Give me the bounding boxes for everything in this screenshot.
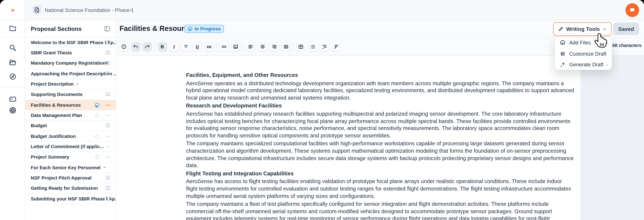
align-justify-button[interactable] (282, 42, 290, 51)
collapse-panel-icon[interactable] (104, 25, 110, 32)
more-options-icon[interactable] (106, 135, 111, 138)
link-button[interactable] (220, 42, 228, 51)
sidebar-item-label: Supporting Documents (31, 92, 82, 97)
book-icon (105, 186, 110, 191)
align-center-button[interactable] (258, 42, 267, 51)
pencil-icon (558, 26, 563, 32)
align-justify-icon (283, 44, 288, 49)
clear-format-button[interactable] (332, 42, 340, 51)
sidebar-item[interactable]: Letter of Commitment (if applic... (25, 142, 116, 152)
heading-button[interactable]: H# (205, 42, 213, 51)
sidebar-item-label: Budget (31, 123, 47, 128)
image-add-button[interactable] (232, 42, 240, 51)
sidebar-item[interactable]: SBIR Grant Thesis (25, 48, 116, 58)
wheel-icon[interactable] (9, 106, 16, 114)
book-icon (105, 196, 110, 201)
sidebar-item[interactable]: Data Management Plan (25, 110, 116, 121)
more-options-icon[interactable] (106, 103, 111, 106)
chevron-down-icon[interactable] (76, 82, 80, 86)
bold-button[interactable]: B (158, 42, 166, 51)
character-count: 68 characters (612, 43, 642, 47)
folder-icon[interactable] (9, 25, 16, 32)
table-icon (298, 44, 304, 49)
divider (0, 87, 25, 88)
sidebar-item[interactable]: Project Description (25, 79, 116, 89)
list-indent-icon (322, 44, 327, 49)
sidebar-item[interactable]: Budget (25, 121, 116, 131)
toolbar-divider (155, 41, 155, 52)
sidebar-item-label: Facilities & Resources (31, 102, 81, 107)
image-add-icon (233, 44, 238, 49)
more-options-icon[interactable] (106, 145, 111, 148)
table-button[interactable] (296, 42, 305, 51)
italic-button[interactable]: I (170, 42, 178, 51)
sidebar-item-label: Getting Ready for Submission (31, 186, 98, 191)
editor-canvas[interactable]: Facilities, Equipment, and Other Resourc… (116, 55, 644, 220)
status-circle-icon (95, 145, 99, 149)
search-icon[interactable] (9, 44, 16, 52)
redo-button[interactable] (143, 42, 152, 51)
app-window: National Science Foundation - Phase 1 » … (0, 0, 644, 220)
sidebar-item[interactable]: NSF Project Pitch Approval (25, 173, 116, 183)
book-icon (105, 50, 110, 55)
redo-icon (145, 44, 150, 49)
book-icon (105, 61, 110, 66)
sidebar-item[interactable]: Getting Ready for Submission (25, 183, 116, 194)
align-right-button[interactable] (270, 42, 278, 51)
chevron-down-icon[interactable] (102, 166, 106, 169)
compass-icon[interactable] (9, 73, 16, 80)
more-options-icon[interactable] (106, 156, 111, 159)
align-left-button[interactable] (246, 42, 255, 51)
document-icon (32, 5, 41, 14)
sidebar-item[interactable]: For Each Senior Key Personnel (25, 162, 116, 173)
folder-open-icon[interactable] (9, 59, 16, 66)
book-icon (105, 40, 110, 45)
help-button[interactable]: ? (120, 42, 128, 51)
sidebar-item-label: For Each Senior Key Personnel (31, 165, 100, 170)
sidebar-item[interactable]: Welcome to the NSF SBIR Phase I Ap... (25, 37, 116, 48)
document-heading: Flight Testing and Integration Capabilit… (186, 170, 574, 177)
align-left-icon (248, 44, 254, 49)
strikethrough-button[interactable] (181, 42, 190, 51)
undo-button[interactable] (131, 42, 140, 51)
bold-glyph: B (160, 44, 164, 49)
chat-button[interactable] (625, 3, 639, 17)
sidebar-item[interactable]: Project Summary (25, 152, 116, 162)
more-options-icon[interactable] (106, 114, 111, 117)
document-paragraph: The company maintains specialized comput… (186, 140, 574, 169)
sidebar-item-label: Data Management Plan (31, 113, 82, 118)
chevron-down-icon[interactable] (128, 8, 133, 12)
icon-rail: » (0, 0, 25, 220)
sidebar-item-label: Submitting your NSF SBIR Phase I Ap... (31, 196, 116, 201)
book-icon (105, 123, 110, 129)
divider (0, 37, 25, 37)
menu-item-customize-draft[interactable]: Customize Draft (555, 48, 612, 59)
expand-sidebar-icon[interactable]: » (0, 4, 25, 15)
scroll-down-icon[interactable] (605, 63, 609, 67)
document-text[interactable]: Facilities, Equipment, and Other Resourc… (186, 72, 574, 220)
sidebar-item[interactable]: Submitting your NSF SBIR Phase I Ap... (25, 194, 116, 204)
credit-card-icon[interactable] (9, 95, 16, 103)
panel-header: Proposal Sections (25, 20, 116, 37)
undo-icon (133, 44, 138, 49)
sidebar-item[interactable]: Supporting Documents (25, 89, 116, 100)
proposal-sections-panel: Proposal Sections Welcome to the NSF SBI… (25, 20, 116, 220)
divider (0, 20, 25, 21)
heading-glyph: H# (207, 45, 211, 49)
sidebar-item[interactable]: Facilities & Resources (25, 100, 116, 110)
document-paragraph: AeroSense operates as a distributed tech… (186, 80, 574, 101)
document-paragraph: The company maintains a fleet of test pl… (186, 200, 574, 220)
chevron-up-icon (603, 27, 607, 31)
saved-button[interactable]: Saved (613, 23, 639, 35)
sidebar-item[interactable]: Approaching the Project Description ... (25, 69, 116, 79)
clear-format-icon (333, 44, 339, 49)
book-icon (105, 175, 110, 181)
list-indent-button[interactable] (320, 42, 328, 51)
sliders-icon (560, 51, 566, 57)
menu-item-generate-draft[interactable]: Generate Draft (555, 59, 612, 70)
sidebar-item[interactable]: Mandatory Company Registrations (25, 58, 116, 69)
sidebar-item[interactable]: Budget Justification (25, 131, 116, 142)
underline-button[interactable]: U (193, 42, 202, 51)
proposal-title[interactable]: National Science Foundation - Phase 1 (45, 0, 134, 20)
list-button[interactable] (308, 42, 317, 51)
